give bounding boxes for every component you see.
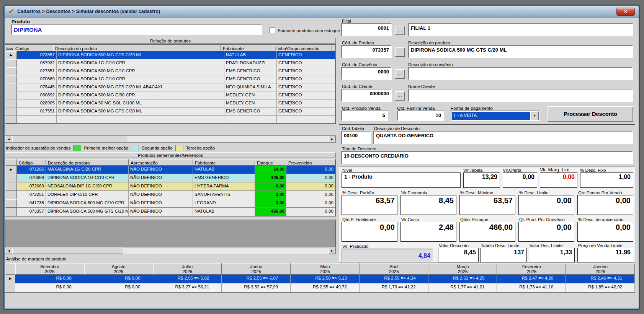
column-header-month[interactable]: Julho2025	[153, 263, 222, 275]
column-header[interactable]: Fabricante	[193, 159, 255, 166]
cell-margem[interactable]: R$ 1,73 => 41,16	[497, 283, 566, 292]
scroll-thumb[interactable]	[12, 136, 127, 142]
cell-descricao[interactable]: DIPIRONA SODICA 500 MG C/30 CPR	[57, 91, 224, 99]
cell-linha[interactable]: GENERICO	[277, 67, 335, 75]
cell-margem[interactable]: R$ 2,52 => 4,29	[428, 275, 497, 283]
cell-linha[interactable]: GENERICO	[277, 107, 335, 116]
relacao-hscrollbar[interactable]: ◀ ▶	[5, 135, 336, 143]
column-header[interactable]: Pre-vencido	[286, 159, 335, 166]
cell-fabricante[interactable]: EMS GENERICO	[224, 67, 277, 75]
fidelidade-field[interactable]: 0,00	[342, 222, 397, 242]
produto-search-input[interactable]: DIPIRONA	[11, 24, 262, 35]
processar-desconto-button[interactable]: Processar Desconto	[548, 106, 633, 122]
cell-estoque[interactable]: 6,00	[255, 182, 286, 191]
cell-codigo[interactable]: 041738	[17, 199, 46, 208]
table-row[interactable]: 070889DIPIRONA SODICA 1G C/10 CPREMS GEN…	[5, 75, 335, 83]
nivel-field[interactable]: 1 - Produto	[342, 172, 461, 188]
vlr-marg-field[interactable]: 0,00	[540, 172, 577, 188]
cell-margem[interactable]: R$ 2,55 => 5,82	[153, 275, 222, 283]
cell-descricao[interactable]: MAXALGINA 1G C/20 CPR	[46, 166, 129, 174]
cell-fabricante[interactable]: MEDLEY GEN	[224, 99, 277, 107]
cell-apresentacao[interactable]: NÃO DEFINIDO	[129, 166, 193, 174]
cell-codigo[interactable]: 070889	[17, 75, 57, 83]
column-header[interactable]: Descrição do produto	[53, 45, 221, 51]
cell-fabricante[interactable]: HYPERA FARMA	[193, 182, 255, 191]
convenio-lookup-button[interactable]: ...	[395, 69, 405, 79]
cell-descricao[interactable]: DIPIRONA SODICA 500 MG GTS C/20 ML	[57, 107, 224, 116]
cell-prevencido[interactable]: 0,00	[286, 208, 335, 216]
cell-estoque[interactable]: 14,00	[255, 166, 286, 174]
cell-margem[interactable]: R$ 0,00	[15, 275, 84, 283]
cell-fabricante[interactable]: EMS GENERICO	[224, 75, 277, 83]
desc-desconto-field[interactable]: QUARTA DO GENERICO	[373, 131, 633, 144]
cell-margem[interactable]: R$ 1,79 => 41,22	[360, 283, 428, 292]
cell-apresentacao[interactable]: NÃO DEFINIDO	[129, 191, 193, 199]
filial-lookup-button[interactable]: ...	[395, 26, 405, 35]
cell-codigo[interactable]: 028905	[17, 99, 57, 107]
cell-margem[interactable]: R$ 0,00	[84, 275, 153, 283]
cell-margem[interactable]: R$ 2,55 => 6,07	[222, 275, 291, 283]
cod-produto-field[interactable]: 073357	[341, 45, 392, 58]
cell-descricao[interactable]: DIPIRONA SODICA 1G C/10 CPR	[57, 59, 224, 67]
column-header-month[interactable]: Setembro2025	[15, 263, 84, 275]
cell-estoque[interactable]: 3,00	[255, 191, 286, 199]
column-header[interactable]: Código	[17, 159, 46, 166]
cliente-lookup-button[interactable]: ...	[395, 91, 405, 101]
column-header-month[interactable]: Agosto2025	[84, 263, 153, 275]
cell-margem[interactable]: R$ 1,85 => 42,92	[566, 283, 635, 292]
table-row[interactable]: 072669NEOSALDINA DIP 1G C/20 CPRNÃO DEFI…	[5, 182, 335, 191]
column-header[interactable]: Apresentação	[129, 159, 193, 166]
cell-descricao[interactable]: DIPIRONA SODICA 500 MG GTS C/20 M	[46, 208, 129, 216]
filial-code-field[interactable]: 0001	[341, 23, 392, 36]
cell-apresentacao[interactable]: NÃO DEFINIDO	[129, 174, 193, 182]
cell-margem[interactable]: R$ 2,55 => 4,34	[360, 275, 428, 283]
cell-fabricante[interactable]: LEGRAND	[193, 199, 255, 208]
chevron-down-icon[interactable]: ▼	[531, 111, 539, 120]
somente-estoque-checkbox[interactable]: Somente produtos com estoque	[270, 28, 340, 33]
scroll-left-icon[interactable]: ◀	[5, 136, 12, 142]
30[interactable]: false	[5, 45, 13, 51]
cell-margem[interactable]: R$ 2,47 => 4,20	[497, 275, 566, 283]
desc-produto-field[interactable]: DIPIRONA SODICA 500 MG GTS C/20 ML	[408, 45, 633, 58]
cell-apresentacao[interactable]: NÃO DEFINIDO	[129, 208, 193, 216]
cod-convenio-field[interactable]: 0000	[341, 67, 392, 80]
column-header[interactable]: Linha\Grupo comissão	[273, 45, 332, 51]
table-row[interactable]: 073357DIPIRONA SODICA 500 MG GTS C/20 MN…	[5, 208, 335, 216]
desc-padrao-field[interactable]: 63,57	[342, 195, 397, 215]
cell-descricao[interactable]: DIPIRONA SODICA 50 MG SOL C/100 ML	[57, 99, 224, 107]
qt-convenio-field[interactable]: 0,00	[518, 222, 574, 242]
cell-codigo[interactable]: 072251	[17, 191, 46, 199]
custo-field[interactable]: 2,48	[400, 222, 456, 242]
column-header-month[interactable]: Março2025	[428, 263, 497, 275]
table-row[interactable]: 070889DIPIRONA SODICA 1G C/10 CPRNÃO DEF…	[5, 174, 335, 182]
cell-codigo[interactable]: 078445	[17, 83, 57, 91]
table-row[interactable]: 057932DIPIRONA SODICA 1G C/10 CPRPRATI D…	[5, 59, 335, 67]
semelhantes-hscrollbar[interactable]: ◀ ▶	[5, 247, 336, 254]
cell-fabricante[interactable]: NEO QUIMICA SIMILA	[224, 83, 277, 91]
valor-limite-field[interactable]: 1,33	[529, 248, 575, 262]
cell-prevencido[interactable]: 0,00	[286, 166, 335, 174]
cell-estoque[interactable]: 466,00	[255, 208, 286, 216]
tabela-limite-field[interactable]: 137	[480, 248, 527, 262]
cell-fabricante[interactable]: NATULAB	[224, 51, 277, 59]
scroll-thumb[interactable]	[12, 247, 123, 254]
cell-fabricante[interactable]: SANOFI AVENTIS	[193, 191, 255, 199]
cell-fabricante[interactable]: PRATI DONADUZZI	[224, 59, 277, 67]
preco-limite-field[interactable]: 11,96	[577, 248, 633, 262]
desc-fixo-field[interactable]: 1,00	[580, 172, 633, 188]
vlr-economia-field[interactable]: 8,45	[400, 195, 456, 215]
table-row[interactable]: 072251DORFLEX DIP C/10 CPRNÃO DEFINIDOSA…	[5, 191, 335, 199]
table-row[interactable]: 030892DIPIRONA SODICA 500 MG C/30 CPRMED…	[5, 91, 335, 99]
cod-tabela-field[interactable]: 00100	[341, 131, 371, 144]
cell-linha[interactable]: GENERICO	[277, 91, 335, 99]
qtd-produto-field[interactable]: 5	[341, 111, 388, 121]
cell-linha[interactable]: GENERICO	[277, 99, 335, 107]
close-button[interactable]: ✕	[616, 8, 635, 16]
filial-name-field[interactable]: FILIAL 1	[408, 23, 633, 36]
cell-descricao[interactable]: DIPIRONA SODICA 500 MG GTS C/20 ML	[57, 51, 224, 59]
table-row[interactable]: 028905DIPIRONA SODICA 50 MG SOL C/100 ML…	[5, 99, 335, 107]
column-header-month[interactable]: Fevereiro2025	[497, 263, 566, 275]
tipo-desconto-field[interactable]: 19-DESCONTO CREDIARIO	[341, 151, 633, 164]
vlr-oferta-field[interactable]: 0,00	[503, 172, 537, 188]
table-row[interactable]: 017551DIPIRONA SODICA 500 MG GTS C/20 ML…	[5, 107, 335, 116]
